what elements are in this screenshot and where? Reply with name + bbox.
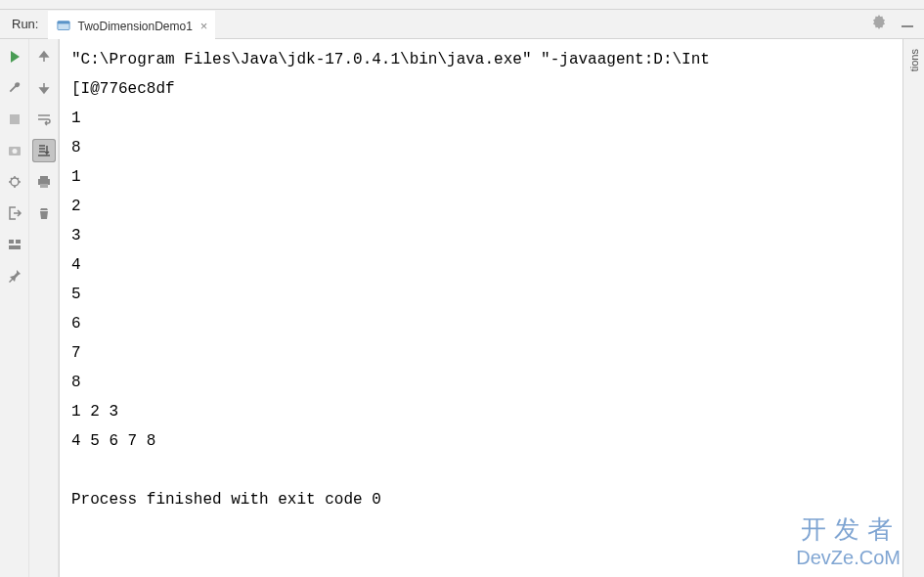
gear-icon[interactable] bbox=[871, 15, 887, 34]
console-output[interactable]: "C:\Program Files\Java\jdk-17.0.4.1\bin\… bbox=[59, 39, 902, 577]
scroll-down-button[interactable] bbox=[32, 76, 56, 100]
delete-button[interactable] bbox=[32, 201, 56, 225]
scroll-to-end-button[interactable] bbox=[32, 139, 56, 162]
run-tab[interactable]: TwoDimensionDemo1 × bbox=[48, 11, 215, 39]
svg-rect-9 bbox=[9, 245, 21, 249]
minimize-icon[interactable] bbox=[901, 16, 914, 33]
run-tool-header: Run: TwoDimensionDemo1 × bbox=[0, 10, 924, 39]
right-panel[interactable]: tions bbox=[902, 39, 924, 577]
layout-button[interactable] bbox=[3, 233, 26, 256]
svg-rect-12 bbox=[40, 184, 48, 188]
soft-wrap-button[interactable] bbox=[32, 108, 56, 131]
exit-button[interactable] bbox=[3, 201, 26, 225]
run-config-icon bbox=[56, 19, 71, 34]
stop-button[interactable] bbox=[3, 108, 26, 131]
scroll-up-button[interactable] bbox=[32, 45, 56, 68]
svg-rect-3 bbox=[10, 114, 20, 124]
svg-point-5 bbox=[12, 149, 17, 154]
svg-rect-8 bbox=[16, 240, 21, 244]
svg-rect-2 bbox=[902, 25, 913, 27]
print-button[interactable] bbox=[32, 170, 56, 194]
right-panel-label: tions bbox=[908, 49, 920, 71]
svg-rect-10 bbox=[40, 176, 48, 179]
pin-button[interactable] bbox=[3, 264, 26, 288]
svg-rect-1 bbox=[58, 21, 69, 23]
close-icon[interactable]: × bbox=[200, 19, 208, 33]
tab-label: TwoDimensionDemo1 bbox=[77, 20, 192, 33]
camera-button[interactable] bbox=[3, 139, 26, 162]
console-toolbar bbox=[29, 39, 59, 577]
debug-button[interactable] bbox=[3, 170, 26, 194]
left-toolbar bbox=[0, 39, 29, 577]
run-label: Run: bbox=[0, 17, 48, 31]
rerun-button[interactable] bbox=[3, 45, 26, 68]
svg-rect-7 bbox=[9, 240, 14, 244]
wrench-button[interactable] bbox=[3, 76, 26, 100]
